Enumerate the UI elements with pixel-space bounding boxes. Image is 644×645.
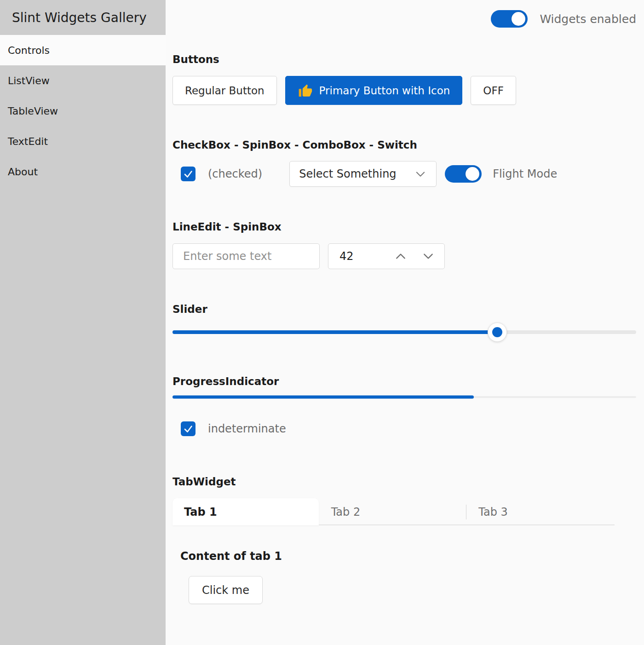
controls-row: (checked) Select Something Flight Mode xyxy=(172,161,636,187)
tab-label: Tab 1 xyxy=(184,506,217,518)
sidebar-item-label: ListView xyxy=(8,75,50,86)
sidebar-item-label: TableView xyxy=(8,105,58,117)
slider-handle[interactable] xyxy=(488,322,507,342)
widgets-enabled-switch[interactable] xyxy=(491,10,528,28)
spinbox xyxy=(328,243,445,269)
buttons-section-title: Buttons xyxy=(172,52,636,67)
tab-label: Tab 2 xyxy=(331,506,361,518)
lineedit-input[interactable] xyxy=(172,243,320,269)
tab-3[interactable]: Tab 3 xyxy=(466,498,615,525)
checkbox-box xyxy=(181,421,196,436)
flight-mode-label: Flight Mode xyxy=(493,167,557,180)
click-me-button[interactable]: Click me xyxy=(189,576,263,604)
tabwidget-section-title: TabWidget xyxy=(172,474,636,490)
slider[interactable] xyxy=(172,323,636,341)
checkbox-label: (checked) xyxy=(208,167,262,180)
indeterminate-label: indeterminate xyxy=(208,422,286,435)
sidebar-item-about[interactable]: About xyxy=(0,156,166,187)
spinbox-increment-button[interactable] xyxy=(393,248,408,264)
tab-1[interactable]: Tab 1 xyxy=(172,498,319,525)
sidebar-item-label: TextEdit xyxy=(8,136,48,147)
indeterminate-checkbox[interactable]: indeterminate xyxy=(181,421,286,436)
tab-label: Tab 3 xyxy=(478,506,508,518)
tab-content-title: Content of tab 1 xyxy=(180,550,636,563)
checked-checkbox[interactable]: (checked) xyxy=(181,167,262,181)
regular-button-label: Regular Button xyxy=(185,85,264,97)
sidebar-item-listview[interactable]: ListView xyxy=(0,65,166,96)
sidebar-item-label: Controls xyxy=(8,45,50,56)
chevron-up-icon xyxy=(394,249,408,263)
sidebar-item-label: About xyxy=(8,166,38,178)
click-me-label: Click me xyxy=(202,584,249,597)
tab-2[interactable]: Tab 2 xyxy=(319,498,466,525)
off-button[interactable]: OFF xyxy=(471,76,516,105)
progress-fill xyxy=(172,396,474,399)
sidebar-item-tableview[interactable]: TableView xyxy=(0,96,166,126)
chevron-down-icon xyxy=(414,167,427,180)
flight-mode-switch[interactable] xyxy=(445,165,482,183)
check-icon xyxy=(183,423,194,434)
check-icon xyxy=(183,168,194,179)
header-row: Widgets enabled xyxy=(172,10,636,28)
primary-button[interactable]: Primary Button with Icon xyxy=(285,76,463,105)
controls-section-title: CheckBox - SpinBox - ComboBox - Switch xyxy=(172,137,636,153)
spinbox-decrement-button[interactable] xyxy=(420,248,436,264)
buttons-row: Regular Button Primary Button with Icon … xyxy=(172,76,636,105)
inputs-row xyxy=(172,243,636,269)
chevron-down-icon xyxy=(421,249,435,263)
lineedit-section-title: LineEdit - SpinBox xyxy=(172,219,636,235)
progress-section-title: ProgressIndicator xyxy=(172,374,636,389)
spinbox-input[interactable] xyxy=(339,250,376,263)
sidebar: Slint Widgets Gallery Controls ListView … xyxy=(0,0,166,645)
spinbox-buttons xyxy=(393,248,436,264)
thumbs-up-icon xyxy=(298,83,313,98)
sidebar-item-textedit[interactable]: TextEdit xyxy=(0,126,166,156)
sidebar-item-controls[interactable]: Controls xyxy=(0,35,166,65)
tabbar-underline xyxy=(319,524,615,525)
main-content: Widgets enabled Buttons Regular Button P… xyxy=(166,0,644,645)
checkbox-box xyxy=(181,167,196,181)
progress-indicator xyxy=(172,395,636,399)
indeterminate-row: indeterminate xyxy=(172,421,636,436)
slider-fill xyxy=(172,330,497,334)
slider-handle-dot xyxy=(492,327,502,337)
app-title: Slint Widgets Gallery xyxy=(0,0,166,35)
tab-bar: Tab 1 Tab 2 Tab 3 xyxy=(172,498,615,525)
regular-button[interactable]: Regular Button xyxy=(172,76,277,105)
switch-knob xyxy=(466,167,479,181)
combobox-value: Select Something xyxy=(299,167,396,180)
switch-knob xyxy=(512,12,525,26)
widgets-enabled-label: Widgets enabled xyxy=(540,12,636,26)
primary-button-label: Primary Button with Icon xyxy=(319,85,450,97)
combobox[interactable]: Select Something xyxy=(289,161,437,187)
off-button-label: OFF xyxy=(483,85,504,97)
slider-section-title: Slider xyxy=(172,301,636,317)
